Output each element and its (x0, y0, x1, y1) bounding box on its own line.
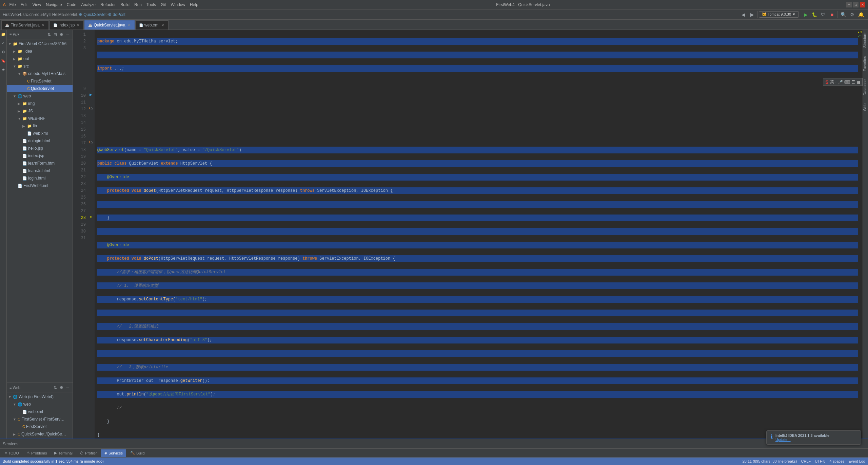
tree-login[interactable]: 📄 login.html (7, 174, 73, 182)
tree-firstweb4iml[interactable]: 📄 FirstWeb4.iml (7, 182, 73, 189)
tab-index-jsp[interactable]: 📄 index.jsp ✕ (50, 20, 84, 30)
web-tree-quickservlet[interactable]: ▶ C QuickServlet /QuickSe… (7, 430, 73, 438)
menu-navigate[interactable]: Navigate (44, 2, 63, 7)
web-tree-firstservlet[interactable]: ▼ C FirstServlet /FirstServ… (7, 415, 73, 423)
web-sort-btn[interactable]: ⇅ (53, 385, 58, 391)
tree-src[interactable]: ▼ 📁 src (7, 62, 73, 70)
bookmarks-icon[interactable]: 🔖 (0, 58, 6, 64)
tab-close-web-xml[interactable]: ✕ (161, 23, 165, 27)
tomcat-selector[interactable]: 🐱 Tomcat 9.0.30 ▼ (759, 11, 799, 18)
breadcrumb-quickservlet[interactable]: ⚙ QuickServlet (79, 12, 106, 17)
settings-button[interactable]: ⚙ (848, 10, 856, 19)
favorites-tab[interactable]: Favorites (863, 53, 868, 74)
menu-code[interactable]: Code (65, 2, 78, 7)
tree-img[interactable]: ▶ 📁 img (7, 100, 73, 107)
tab-web-xml[interactable]: 📄 web.xml ✕ (135, 20, 169, 30)
bottom-tab-todo[interactable]: ≡ TODO (1, 449, 22, 457)
ime-kb[interactable]: ⌨ (844, 80, 850, 85)
ime-lang[interactable]: 英 (830, 79, 834, 85)
stop-button[interactable]: ■ (828, 10, 836, 19)
menu-build[interactable]: Build (119, 2, 131, 7)
menu-analyze[interactable]: Analyze (80, 2, 97, 7)
menu-view[interactable]: View (31, 2, 42, 7)
bottom-tab-profiler[interactable]: ⏱ Profiler (77, 449, 100, 457)
web-tree-web[interactable]: ▼ 🌐 web (7, 401, 73, 408)
project-hide-btn[interactable]: ─ (65, 32, 70, 38)
web-side-tab[interactable]: Web (863, 101, 868, 114)
menu-refactor[interactable]: Refactor (99, 2, 117, 7)
menu-file[interactable]: File (8, 2, 17, 7)
tab-close-first-servlet[interactable]: ✕ (41, 23, 45, 27)
web-settings-btn[interactable]: ⚙ (59, 385, 64, 391)
ime-menu2[interactable]: ▦ (856, 80, 860, 85)
breadcrumb-cn[interactable]: cn (29, 12, 34, 17)
tree-out[interactable]: ▶ 📁 out (7, 55, 73, 62)
tree-webxml[interactable]: 📄 web.xml (7, 130, 73, 137)
ime-menu1[interactable]: ☰ (851, 80, 855, 85)
bottom-tab-terminal[interactable]: ▶ Terminal (51, 449, 76, 457)
indent[interactable]: 4 spaces (829, 459, 844, 463)
event-log[interactable]: Event Log (848, 459, 865, 463)
ime-mic[interactable]: 🎤 (838, 80, 843, 85)
maximize-button[interactable]: □ (853, 2, 859, 7)
structure-tab[interactable]: Structure (863, 30, 868, 51)
run-with-coverage-button[interactable]: 🛡 (819, 10, 828, 19)
cursor-position[interactable]: 28:11 (895 chars, 30 line breaks) (743, 459, 797, 463)
notification-update-link[interactable]: Update... (775, 438, 857, 442)
tab-quick-servlet[interactable]: ☕ QuickServlet.java ✕ (84, 20, 134, 30)
web-tree-root[interactable]: ▼ 🌐 Web (in FirstWeb4) (7, 393, 73, 401)
breadcrumb-dopost[interactable]: ⚙ doPost (108, 12, 125, 17)
vertical-scrollbar[interactable]: ▲3 ✓1 (858, 30, 863, 439)
tree-indexjsp[interactable]: 📄 index.jsp (7, 152, 73, 160)
breadcrumb-myithema[interactable]: MyITHeiMa (43, 12, 64, 17)
favorites-side-icon[interactable]: ★ (0, 67, 6, 73)
web-tree-webxml[interactable]: 📄 web.xml (7, 408, 73, 415)
database-tab[interactable]: Database (863, 77, 868, 98)
close-button[interactable]: ✕ (860, 2, 865, 7)
minimize-button[interactable]: ─ (846, 2, 852, 7)
breadcrumb-firstweb4[interactable]: FirstWeb4 (3, 12, 21, 17)
tab-first-servlet[interactable]: ☕ FirstServlet.java ✕ (1, 20, 49, 30)
tree-webinf[interactable]: ▼ 📁 WEB-INF (7, 115, 73, 122)
breadcrumb-servlet[interactable]: servlet (65, 12, 77, 17)
tab-close-index-jsp[interactable]: ✕ (76, 23, 80, 27)
bottom-tab-problems[interactable]: ⚠ Problems (23, 449, 50, 457)
run-button[interactable]: ▶ (801, 10, 810, 19)
gutter-run-icon[interactable]: ▶ (87, 91, 95, 98)
project-icon[interactable]: 📁 (0, 31, 6, 37)
project-settings-btn[interactable]: ⚙ (59, 32, 64, 38)
tree-firstservlet[interactable]: C FirstServlet (7, 77, 73, 85)
menu-run[interactable]: Run (133, 2, 143, 7)
menu-help[interactable]: Help (189, 2, 200, 7)
encoding[interactable]: UTF-8 (815, 459, 825, 463)
tree-hellojsp[interactable]: 📄 hello.jsp (7, 145, 73, 152)
breadcrumb-src[interactable]: src (22, 12, 28, 17)
tab-close-quick-servlet[interactable]: ✕ (127, 23, 131, 27)
tree-js[interactable]: ▶ 📁 JS (7, 107, 73, 115)
line-ending[interactable]: CRLF (801, 459, 811, 463)
tree-lib[interactable]: ▶ 📁 lib (7, 122, 73, 130)
commit-icon[interactable]: ✓ (0, 40, 6, 46)
tree-firstweb4[interactable]: ▼ 📁 FirstWeb4 C:\Users\86156 (7, 40, 73, 48)
breadcrumb-edu[interactable]: edu (35, 12, 42, 17)
menu-tools[interactable]: Tools (145, 2, 157, 7)
menu-git[interactable]: Git (159, 2, 167, 7)
bottom-tab-services[interactable]: ◈ Services (101, 449, 126, 457)
bottom-tab-build[interactable]: 🔨 Build (127, 449, 148, 457)
web-hide-btn[interactable]: ─ (65, 385, 70, 391)
debug-button[interactable]: 🐛 (810, 10, 819, 19)
back-button[interactable]: ◀ (739, 10, 748, 19)
tree-idea[interactable]: ▶ 📁 .idea (7, 48, 73, 55)
tree-dologin[interactable]: 📄 dologin.html (7, 137, 73, 145)
structure-side-icon[interactable]: ⚙ (0, 49, 6, 55)
notifications-button[interactable]: 🔔 (856, 10, 865, 19)
tree-learnjs[interactable]: 📄 learnJs.html (7, 167, 73, 174)
tree-quickservlet[interactable]: C QuickServlet (7, 85, 73, 92)
tree-package[interactable]: ▼ 📦 cn.edu.MyITHeiMa.s (7, 70, 73, 77)
tree-web[interactable]: ▼ 🌐 web (7, 92, 73, 100)
search-everywhere-button[interactable]: 🔍 (839, 10, 848, 19)
code-editor[interactable]: 1 2 3 9 10 11 12 13 14 15 16 17 18 19 20 (73, 30, 863, 439)
project-collapse-btn[interactable]: ⊟ (53, 32, 58, 38)
code-content[interactable]: package cn.edu.MyITHeiMa.servlet; import… (95, 30, 863, 439)
tree-learnform[interactable]: 📄 learnForm.html (7, 160, 73, 167)
